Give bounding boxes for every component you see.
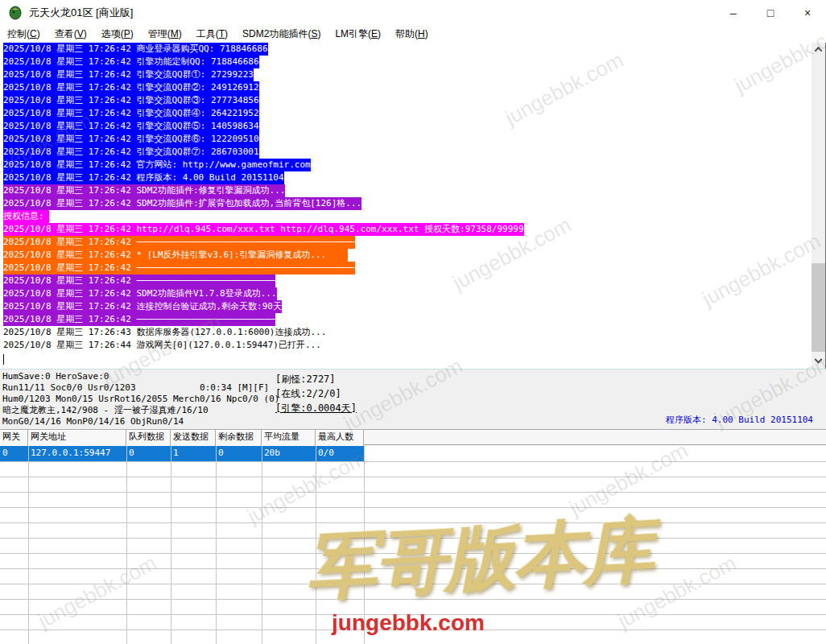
log-line: 2025/10/8 星期三 17:26:42 引擎交流QQ群①: 2729922… (3, 68, 524, 81)
log-line: 2025/10/8 星期三 17:26:44 游戏网关[0](127.0.0.1… (3, 339, 524, 352)
log-scrollbar[interactable] (812, 43, 825, 369)
log-line: 2025/10/8 星期三 17:26:42 * [LM反外挂引擎v3.6]:引… (3, 249, 524, 262)
log-line: 2025/10/8 星期三 17:26:42 ─────────────────… (3, 236, 524, 249)
menu-item[interactable]: 管理(M) (141, 26, 189, 43)
text-caret (3, 354, 4, 365)
title-bar: 元天火龙01区 [商业版] – □ × (0, 0, 826, 26)
table-cell: 127.0.0.1:59447 (28, 446, 126, 461)
log-line: 2025/10/8 星期三 17:26:42 SDM2功能插件:扩展背包加载成功… (3, 197, 524, 210)
status-counters: [刷怪:2727][在线:2/2/0][引擎:0.0004天] (275, 372, 357, 415)
minimize-button[interactable]: – (715, 0, 752, 26)
table-cell: 20b (262, 446, 316, 461)
stat-line: MonG0/14/16 MonP0/14/16 ObjRun0/14 (2, 416, 279, 427)
app-window: 元天火龙01区 [商业版] – □ × 控制(C)查看(V)选项(P)管理(M)… (0, 0, 826, 644)
column-header[interactable]: 网关 (0, 430, 28, 446)
column-header[interactable]: 队列数据 (126, 430, 171, 446)
server-stats: HumSave:0 HeroSave:0Run11/11 Soc0/0 Usr0… (2, 371, 279, 427)
log-line: 2025/10/8 星期三 17:26:42 引擎交流QQ群⑥: 1222095… (3, 133, 524, 146)
log-panel[interactable]: 2025/10/8 星期三 17:26:42 商业登录器购买QQ: 718846… (0, 43, 812, 369)
log-line: 2025/10/8 星期三 17:26:42 ─────────────────… (3, 262, 524, 275)
log-line: 2025/10/8 星期三 17:26:42 SDM2功能插件:修复引擎漏洞成功… (3, 184, 524, 197)
column-header[interactable]: 发送数据 (171, 430, 216, 446)
column-header[interactable]: 网关地址 (28, 430, 126, 446)
table-cell: 1 (171, 446, 216, 461)
scroll-up-arrow-icon[interactable] (812, 43, 825, 56)
table-cell: 0 (126, 446, 171, 461)
column-header[interactable]: 平均流量 (262, 430, 316, 446)
log-line: 2025/10/8 星期三 17:26:42 引擎交流QQ群③: 2777348… (3, 94, 524, 107)
menu-item[interactable]: 查看(V) (47, 26, 94, 43)
log-line: 2025/10/8 星期三 17:26:43 数据库服务器(127.0.0.1:… (3, 326, 524, 339)
menu-item[interactable]: 工具(T) (189, 26, 235, 43)
table-cell: 0 (0, 446, 28, 461)
gateway-table: 网关网关地址队列数据发送数据剩余数据平均流量最高人数 0127.0.0.1:59… (0, 429, 826, 644)
table-header: 网关网关地址队列数据发送数据剩余数据平均流量最高人数 (0, 429, 826, 445)
menu-bar: 控制(C)查看(V)选项(P)管理(M)工具(T)SDM2功能插件(S)LM引擎… (0, 26, 826, 43)
table-cell: 0/0 (316, 446, 364, 461)
log-line: 2025/10/8 星期三 17:26:42 程序版本: 4.00 Build … (3, 171, 524, 184)
table-row-selected[interactable]: 0127.0.0.1:5944701020b0/0 (0, 446, 364, 461)
log-line: 2025/10/8 星期三 17:26:42 商业登录器购买QQ: 718846… (3, 43, 524, 56)
log-line: 2025/10/8 星期三 17:26:42 官方网站: http://www.… (3, 159, 524, 171)
program-version: 程序版本: 4.00 Build 20151104 (666, 414, 813, 426)
log-line: 2025/10/8 星期三 17:26:42 http://dlq.945.co… (3, 223, 524, 236)
counter-badge: [在线:2/2/0] (275, 386, 357, 401)
log-line: 2025/10/8 星期三 17:26:42 引擎交流QQ群⑦: 2867030… (3, 146, 524, 159)
menu-item[interactable]: 控制(C) (0, 26, 47, 43)
menu-item[interactable]: SDM2功能插件(S) (235, 26, 328, 43)
window-controls: – □ × (715, 0, 826, 26)
menu-item[interactable]: 帮助(H) (388, 26, 436, 43)
counter-badge: [引擎:0.0004天] (275, 401, 357, 415)
column-header[interactable]: 剩余数据 (216, 430, 262, 446)
close-button[interactable]: × (789, 0, 826, 26)
table-empty-area (0, 461, 826, 644)
column-header[interactable]: 最高人数 (316, 430, 364, 446)
scrollbar-thumb[interactable] (812, 263, 825, 352)
menu-item[interactable]: LM引擎(E) (328, 26, 388, 43)
app-icon (8, 6, 23, 20)
log-line: 2025/10/8 星期三 17:26:42 引擎交流QQ群②: 2491269… (3, 81, 524, 94)
status-panel: HumSave:0 HeroSave:0Run11/11 Soc0/0 Usr0… (0, 369, 826, 429)
scroll-down-arrow-icon[interactable] (812, 355, 825, 369)
log-line: 2025/10/8 星期三 17:26:42 引擎交流QQ群⑤: 1405986… (3, 120, 524, 133)
counter-badge: [刷怪:2727] (275, 372, 357, 386)
log-line: 2025/10/8 星期三 17:26:42 连接控制台验证成功,剩余天数:90… (3, 300, 524, 313)
log-line: 2025/10/8 星期三 17:26:42 引擎功能定制QQ: 7188466… (3, 56, 524, 68)
log-line: 2025/10/8 星期三 17:26:42 SDM2功能插件V1.7.8登录成… (3, 287, 524, 300)
stat-line: 暗之魔龙教主,142/908 - 淫一被子湿真难/16/10 (2, 405, 279, 416)
stat-line: HumSave:0 HeroSave:0 (2, 371, 279, 382)
log-line: 2025/10/8 星期三 17:26:42 ─────────────────… (3, 275, 524, 287)
log-lines: 2025/10/8 星期三 17:26:42 商业登录器购买QQ: 718846… (3, 43, 524, 352)
log-line: 授权信息: (3, 210, 524, 223)
stat-line: Run11/11 Soc0/0 Usr0/1203 0:0:34 [M][F] (2, 382, 279, 394)
maximize-button[interactable]: □ (752, 0, 789, 26)
menu-item[interactable]: 选项(P) (94, 26, 141, 43)
window-title: 元天火龙01区 [商业版] (29, 6, 133, 20)
stat-line: Hum0/1203 Mon0/15 UsrRot16/2055 Merch0/1… (2, 394, 279, 405)
log-line: 2025/10/8 星期三 17:26:42 引擎交流QQ群④: 2642219… (3, 107, 524, 120)
table-cell: 0 (216, 446, 262, 461)
log-line: 2025/10/8 星期三 17:26:42 ─────────────────… (3, 313, 524, 326)
